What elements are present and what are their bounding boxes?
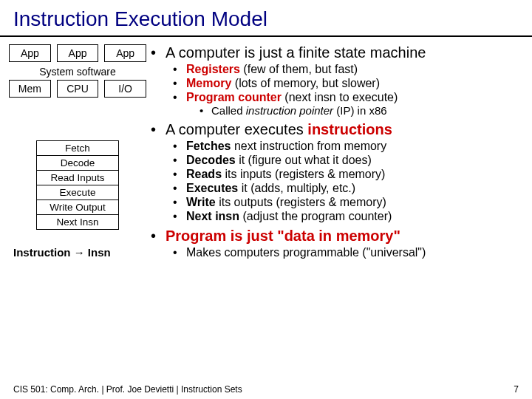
- pipeline-stage: Decode: [37, 156, 118, 171]
- cpu-box: CPU: [57, 80, 99, 98]
- pipeline-stage: Next Insn: [37, 215, 118, 229]
- sub-bullets: Makes computers programmable ("universal…: [173, 246, 523, 259]
- footer-text: CIS 501: Comp. Arch. | Prof. Joe Deviett…: [13, 384, 242, 395]
- hw-row: Mem CPU I/O: [9, 80, 146, 98]
- pipeline-diagram: Fetch Decode Read Inputs Execute Write O…: [36, 140, 119, 230]
- sub-bullet: Write its outputs (registers & memory): [173, 196, 523, 209]
- sub-sub-bullets: Called instruction pointer (IP) in x86: [200, 104, 523, 117]
- slide-footer: CIS 501: Comp. Arch. | Prof. Joe Deviett…: [0, 384, 532, 395]
- pipeline-stage: Fetch: [37, 141, 118, 156]
- right-column: A computer is just a finite state machin…: [146, 41, 523, 264]
- sub-bullet: Memory (lots of memory, but slower): [173, 77, 523, 90]
- pipeline-stage: Write Output: [37, 200, 118, 215]
- sub-bullet: Reads its inputs (registers & memory): [173, 168, 523, 181]
- sub-bullet: Registers (few of them, but fast): [173, 63, 523, 76]
- mem-box: Mem: [9, 80, 51, 98]
- pipeline-stage: Read Inputs: [37, 171, 118, 185]
- sub-bullet: Executes it (adds, multiply, etc.): [173, 182, 523, 195]
- bullet-fsm: A computer is just a finite state machin…: [151, 44, 523, 117]
- sub-bullets: Fetches next instruction from memory Dec…: [173, 140, 523, 223]
- left-column: App App App System software Mem CPU I/O …: [9, 41, 146, 264]
- sub-sub-bullet: Called instruction pointer (IP) in x86: [200, 104, 523, 117]
- sub-bullet: Decodes it (figure out what it does): [173, 154, 523, 167]
- sub-bullets: Registers (few of them, but fast) Memory…: [173, 63, 523, 117]
- io-box: I/O: [104, 80, 146, 98]
- insn-abbrev: Insn: [88, 246, 111, 259]
- sub-bullet: Program counter (next insn to execute) C…: [173, 91, 523, 117]
- bullet-program-data: Program is just "data in memory" Makes c…: [151, 228, 523, 259]
- instruction-abbrev: Instruction → Insn: [13, 246, 146, 259]
- bullet-executes: A computer executes instructions Fetches…: [151, 121, 523, 223]
- page-number: 7: [514, 384, 519, 395]
- slide-body: App App App System software Mem CPU I/O …: [0, 41, 532, 264]
- pipeline-stage: Execute: [37, 185, 118, 200]
- app-box: App: [104, 44, 146, 62]
- insn-word: Instruction: [13, 246, 71, 259]
- sub-bullet: Next insn (adjust the program counter): [173, 210, 523, 223]
- app-box: App: [57, 44, 99, 62]
- arrow-icon: →: [74, 246, 85, 259]
- system-software-label: System software: [9, 64, 146, 80]
- sub-bullet: Makes computers programmable ("universal…: [173, 246, 523, 259]
- app-box: App: [9, 44, 51, 62]
- app-row: App App App: [9, 44, 146, 62]
- slide-title: Instruction Execution Model: [0, 0, 532, 37]
- main-bullets: A computer is just a finite state machin…: [151, 44, 523, 259]
- sub-bullet: Fetches next instruction from memory: [173, 140, 523, 153]
